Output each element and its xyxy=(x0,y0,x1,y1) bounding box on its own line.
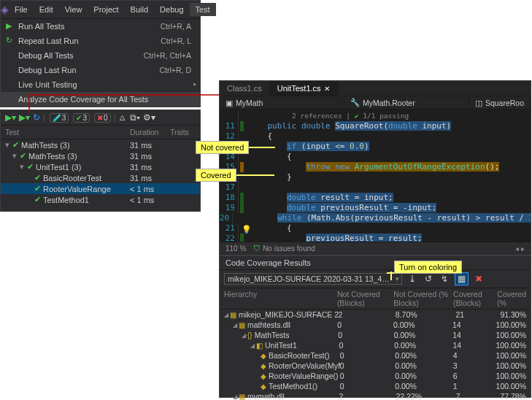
run-all-button[interactable]: ▶▾ xyxy=(5,112,16,123)
nav-project[interactable]: ▣ MyMath xyxy=(220,96,344,109)
callout-turn-on-coloring: Turn on coloring xyxy=(394,261,462,274)
code-editor-panel: Class1.csUnitTest1.cs✕ ▣ MyMath 🔧 MyMath… xyxy=(219,80,531,255)
test-explorer-panel: ▶▾ ▶▾ ↻ | 🧪3 ✔3 ✖0 | 🜂 ⧉▾ ⚙▾ Test Durati… xyxy=(0,109,201,212)
group-button[interactable]: ⧉▾ xyxy=(130,112,140,123)
run-button[interactable]: ▶▾ xyxy=(19,112,30,123)
callout-not-covered: Not covered xyxy=(196,141,249,154)
menu-build[interactable]: Build xyxy=(125,3,154,16)
export-button[interactable]: ⤓ xyxy=(406,273,418,285)
code-line[interactable]: 19 double previousResult = -input; xyxy=(220,203,531,213)
issues-status: ⛉ No issues found xyxy=(253,245,315,253)
coverage-row[interactable]: ◢◧UnitTest100.00%14100.00% xyxy=(220,340,531,350)
close-icon[interactable]: ✕ xyxy=(324,85,330,93)
col-not-covered-blocks[interactable]: Not Covered (Blocks) xyxy=(337,290,393,307)
tab-unittest1-cs[interactable]: UnitTest1.cs✕ xyxy=(270,81,338,96)
menu-item-repeat-last-run[interactable]: ↻Repeat Last RunCtrl+R, L xyxy=(1,34,200,48)
code-line[interactable]: 2 references | ✔ 1/1 passing xyxy=(220,111,531,121)
col-covered-blocks[interactable]: Covered (Blocks) xyxy=(453,290,497,307)
error-nav[interactable]: ◂ ▸ xyxy=(515,245,525,253)
stop-button[interactable]: ↻ xyxy=(33,112,40,123)
coverage-row[interactable]: ◢▦mymath.dll222.22%777.78% xyxy=(220,391,531,400)
menu-test[interactable]: Test xyxy=(190,3,216,16)
menu-item-debug-last-run[interactable]: Debug Last RunCtrl+R, D xyxy=(1,63,200,77)
coverage-row[interactable]: ◢▦mikejo_MIKEJO-SURFACE 2020-03-31 13_..… xyxy=(220,309,531,320)
test-count-pill[interactable]: 🧪3 xyxy=(50,113,69,123)
code-line[interactable]: 18 double result = input; xyxy=(220,193,531,203)
nav-class[interactable]: 🔧 MyMath.Rooter xyxy=(344,96,469,109)
callout-line xyxy=(387,272,394,274)
navigation-bar: ▣ MyMath 🔧 MyMath.Rooter ◫ SquareRoo xyxy=(220,96,531,109)
filter-button[interactable]: 🜂 xyxy=(118,112,127,123)
col-duration[interactable]: Duration xyxy=(130,128,170,136)
menu-item-live-unit-testing[interactable]: Live Unit Testing▸ xyxy=(1,77,200,92)
menu-debug[interactable]: Debug xyxy=(154,3,189,16)
col-hierarchy[interactable]: Hierarchy xyxy=(224,290,337,307)
import-button[interactable]: ↺ xyxy=(423,273,434,285)
code-line[interactable]: 12 { xyxy=(220,131,531,142)
coverage-run-selector[interactable]: mikejo_MIKEJO-SURFACE 2020-03-31 13_4… xyxy=(224,273,402,285)
coverage-row[interactable]: ◆TestMethod1()00.00%1100.00% xyxy=(220,381,531,391)
callout-line xyxy=(234,174,274,176)
merge-button[interactable]: ↯ xyxy=(439,273,450,285)
menu-file[interactable]: File xyxy=(9,3,34,16)
code-line[interactable]: 11 public double SquareRoot(double input… xyxy=(220,121,531,131)
zoom-level[interactable]: 110 % xyxy=(225,245,246,253)
editor-status-bar: 110 % ⛉ No issues found ◂ ▸ xyxy=(220,242,531,255)
col-covered-pct[interactable]: Covered (% xyxy=(497,290,526,307)
test-row[interactable]: ▾✔MathTests (3)31 ms xyxy=(1,139,200,150)
test-dropdown-menu: ▶Run All TestsCtrl+R, A↻Repeat Last RunC… xyxy=(1,19,200,107)
lightbulb-icon[interactable]: 💡 xyxy=(242,225,252,234)
menu-view[interactable]: View xyxy=(59,3,88,16)
menu-edit[interactable]: Edit xyxy=(34,3,59,16)
code-coverage-panel: Code Coverage Results mikejo_MIKEJO-SURF… xyxy=(219,255,531,398)
coverage-row[interactable]: ◆BasicRooterTest()00.00%4100.00% xyxy=(220,350,531,361)
coverage-toolbar: mikejo_MIKEJO-SURFACE 2020-03-31 13_4… ⤓… xyxy=(220,270,531,288)
tab-class1-cs[interactable]: Class1.cs xyxy=(220,81,270,96)
col-not-covered-pct[interactable]: Not Covered (% Blocks) xyxy=(393,290,453,307)
test-explorer-tree: ▾✔MathTests (3)31 ms▾✔MathTests (3)31 ms… xyxy=(1,139,200,205)
menu-item-analyze-code-coverage-for-all-tests[interactable]: Analyze Code Coverage for All Tests xyxy=(1,92,200,107)
menu-item-run-all-tests[interactable]: ▶Run All TestsCtrl+R, A xyxy=(1,19,200,34)
test-menu-panel: ◈ FileEditViewProjectBuildDebugTest ▶Run… xyxy=(0,0,201,107)
code-line[interactable]: 17 xyxy=(220,182,531,193)
code-line[interactable]: 20 while (Math.Abs(previousResult - resu… xyxy=(220,213,531,223)
fail-count-pill[interactable]: ✖0 xyxy=(94,113,111,123)
code-line[interactable]: 21 { xyxy=(220,223,531,234)
coverage-row[interactable]: ◆RooterOneValue(MyMath.Ro...00.00%3100.0… xyxy=(220,361,531,371)
code-editor[interactable]: 💡 2 references | ✔ 1/1 passing11 public … xyxy=(220,109,531,252)
test-row[interactable]: ▾✔MathTests (3)31 ms xyxy=(1,150,200,161)
col-test[interactable]: Test xyxy=(5,128,130,136)
coverage-row[interactable]: ◢{}MathTests00.00%14100.00% xyxy=(220,330,531,340)
test-row[interactable]: ✔TestMethod1< 1 ms xyxy=(1,194,200,205)
code-line[interactable]: 14 { xyxy=(220,152,531,162)
coverage-title: Code Coverage Results xyxy=(220,256,531,270)
coverage-row[interactable]: ◆RooterValueRange()00.00%6100.00% xyxy=(220,371,531,381)
settings-button[interactable]: ⚙▾ xyxy=(143,112,155,123)
coverage-tree: ◢▦mikejo_MIKEJO-SURFACE 2020-03-31 13_..… xyxy=(220,309,531,400)
callout-line xyxy=(247,147,275,148)
test-explorer-toolbar: ▶▾ ▶▾ ↻ | 🧪3 ✔3 ✖0 | 🜂 ⧉▾ ⚙▾ xyxy=(1,110,200,126)
delete-button[interactable]: ✖ xyxy=(473,273,485,285)
menubar: ◈ FileEditViewProjectBuildDebugTest xyxy=(1,1,200,19)
coverage-header: Hierarchy Not Covered (Blocks) Not Cover… xyxy=(220,288,531,309)
menu-project[interactable]: Project xyxy=(88,3,124,16)
callout-covered: Covered xyxy=(196,169,236,182)
test-row[interactable]: ✔BasicRooterTest31 ms xyxy=(1,172,200,183)
visual-studio-logo-icon: ◈ xyxy=(1,1,9,18)
editor-tabs: Class1.csUnitTest1.cs✕ xyxy=(220,81,531,96)
test-explorer-header: Test Duration Traits xyxy=(1,126,200,139)
code-line[interactable]: 15 throw new ArgumentOutOfRangeException… xyxy=(220,162,531,172)
col-traits[interactable]: Traits xyxy=(170,128,196,136)
coverage-row[interactable]: ◢▦mathtests.dll00.00%14100.00% xyxy=(220,320,531,330)
pass-count-pill[interactable]: ✔3 xyxy=(73,113,90,123)
nav-member[interactable]: ◫ SquareRoo xyxy=(469,96,531,109)
menu-item-debug-all-tests[interactable]: Debug All TestsCtrl+R, Ctrl+A xyxy=(1,48,200,63)
test-row[interactable]: ▾✔UnitTest1 (3)31 ms xyxy=(1,161,200,172)
toggle-coloring-button[interactable]: ▦ xyxy=(455,272,469,285)
test-row[interactable]: ✔RooterValueRange< 1 ms xyxy=(1,183,200,194)
